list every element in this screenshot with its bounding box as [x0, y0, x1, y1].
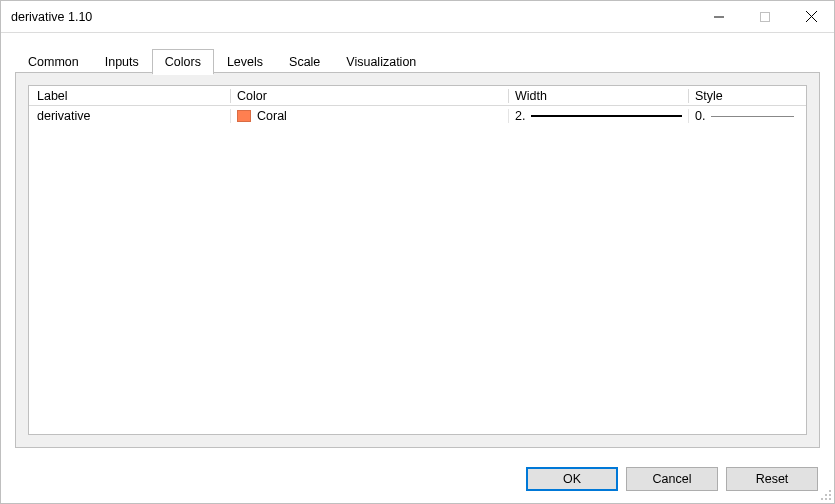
header-label[interactable]: Label [35, 89, 231, 103]
tab-container: Common Inputs Colors Levels Scale Visual… [15, 47, 820, 448]
header-width[interactable]: Width [509, 89, 689, 103]
svg-rect-1 [761, 12, 770, 21]
cell-label[interactable]: derivative [35, 109, 231, 123]
cell-style[interactable]: 0. [689, 109, 800, 123]
tab-levels[interactable]: Levels [214, 49, 276, 74]
tab-visualization[interactable]: Visualization [333, 49, 429, 74]
grid-header: Label Color Width Style [29, 86, 806, 106]
minimize-button[interactable] [696, 1, 742, 33]
tab-scale[interactable]: Scale [276, 49, 333, 74]
window-title: derivative 1.10 [1, 10, 696, 24]
tab-strip: Common Inputs Colors Levels Scale Visual… [15, 47, 820, 73]
color-name: Coral [257, 109, 287, 123]
style-value: 0. [695, 109, 705, 123]
tab-colors[interactable]: Colors [152, 49, 214, 74]
width-value: 2. [515, 109, 525, 123]
table-row[interactable]: derivative Coral 2. 0. [29, 106, 806, 126]
close-button[interactable] [788, 1, 834, 33]
dialog-buttons: OK Cancel Reset [526, 467, 818, 491]
tab-common[interactable]: Common [15, 49, 92, 74]
reset-button[interactable]: Reset [726, 467, 818, 491]
width-preview-line-icon [531, 115, 682, 117]
style-preview-line-icon [711, 116, 794, 117]
tab-inputs[interactable]: Inputs [92, 49, 152, 74]
client-area: Common Inputs Colors Levels Scale Visual… [1, 33, 834, 448]
titlebar: derivative 1.10 [1, 1, 834, 33]
colors-grid: Label Color Width Style derivative Coral… [28, 85, 807, 435]
ok-button[interactable]: OK [526, 467, 618, 491]
header-style[interactable]: Style [689, 89, 800, 103]
cancel-button[interactable]: Cancel [626, 467, 718, 491]
color-swatch-icon [237, 110, 251, 122]
tab-panel: Label Color Width Style derivative Coral… [15, 72, 820, 448]
cell-width[interactable]: 2. [509, 109, 689, 123]
grid-body: derivative Coral 2. 0. [29, 106, 806, 434]
header-color[interactable]: Color [231, 89, 509, 103]
maximize-button [742, 1, 788, 33]
resize-grip-icon[interactable] [819, 488, 831, 500]
cell-color[interactable]: Coral [231, 109, 509, 123]
